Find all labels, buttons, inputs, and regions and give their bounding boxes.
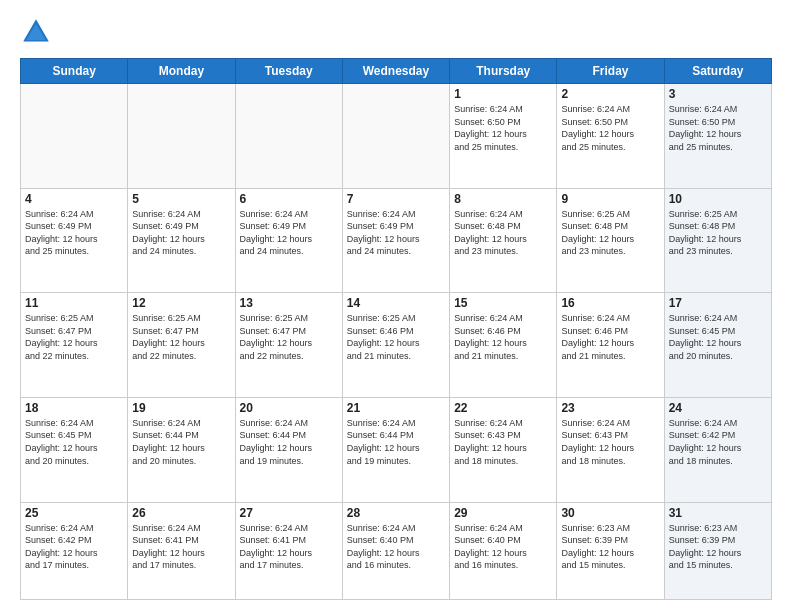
- calendar-cell: 12Sunrise: 6:25 AM Sunset: 6:47 PM Dayli…: [128, 293, 235, 398]
- day-number: 4: [25, 192, 123, 206]
- day-info: Sunrise: 6:24 AM Sunset: 6:44 PM Dayligh…: [347, 417, 445, 467]
- day-info: Sunrise: 6:24 AM Sunset: 6:40 PM Dayligh…: [347, 522, 445, 572]
- calendar-cell: 8Sunrise: 6:24 AM Sunset: 6:48 PM Daylig…: [450, 188, 557, 293]
- calendar-cell: 26Sunrise: 6:24 AM Sunset: 6:41 PM Dayli…: [128, 502, 235, 600]
- calendar-cell: 18Sunrise: 6:24 AM Sunset: 6:45 PM Dayli…: [21, 397, 128, 502]
- day-number: 25: [25, 506, 123, 520]
- day-info: Sunrise: 6:24 AM Sunset: 6:49 PM Dayligh…: [132, 208, 230, 258]
- page: SundayMondayTuesdayWednesdayThursdayFrid…: [0, 0, 792, 612]
- day-info: Sunrise: 6:24 AM Sunset: 6:50 PM Dayligh…: [561, 103, 659, 153]
- calendar-cell: 11Sunrise: 6:25 AM Sunset: 6:47 PM Dayli…: [21, 293, 128, 398]
- day-info: Sunrise: 6:25 AM Sunset: 6:47 PM Dayligh…: [132, 312, 230, 362]
- day-info: Sunrise: 6:24 AM Sunset: 6:45 PM Dayligh…: [25, 417, 123, 467]
- calendar-cell: [21, 84, 128, 189]
- calendar-day-header: Monday: [128, 59, 235, 84]
- calendar-day-header: Wednesday: [342, 59, 449, 84]
- calendar-cell: 13Sunrise: 6:25 AM Sunset: 6:47 PM Dayli…: [235, 293, 342, 398]
- day-info: Sunrise: 6:24 AM Sunset: 6:44 PM Dayligh…: [132, 417, 230, 467]
- day-number: 7: [347, 192, 445, 206]
- day-info: Sunrise: 6:24 AM Sunset: 6:46 PM Dayligh…: [454, 312, 552, 362]
- day-number: 3: [669, 87, 767, 101]
- day-info: Sunrise: 6:23 AM Sunset: 6:39 PM Dayligh…: [561, 522, 659, 572]
- calendar-cell: 6Sunrise: 6:24 AM Sunset: 6:49 PM Daylig…: [235, 188, 342, 293]
- day-number: 23: [561, 401, 659, 415]
- calendar-cell: 15Sunrise: 6:24 AM Sunset: 6:46 PM Dayli…: [450, 293, 557, 398]
- day-number: 29: [454, 506, 552, 520]
- day-number: 24: [669, 401, 767, 415]
- calendar-cell: 5Sunrise: 6:24 AM Sunset: 6:49 PM Daylig…: [128, 188, 235, 293]
- day-info: Sunrise: 6:24 AM Sunset: 6:50 PM Dayligh…: [454, 103, 552, 153]
- day-number: 30: [561, 506, 659, 520]
- calendar-cell: 30Sunrise: 6:23 AM Sunset: 6:39 PM Dayli…: [557, 502, 664, 600]
- calendar-day-header: Saturday: [664, 59, 771, 84]
- calendar-cell: [342, 84, 449, 189]
- day-info: Sunrise: 6:24 AM Sunset: 6:49 PM Dayligh…: [347, 208, 445, 258]
- day-number: 21: [347, 401, 445, 415]
- calendar-cell: 17Sunrise: 6:24 AM Sunset: 6:45 PM Dayli…: [664, 293, 771, 398]
- day-info: Sunrise: 6:24 AM Sunset: 6:43 PM Dayligh…: [454, 417, 552, 467]
- day-info: Sunrise: 6:24 AM Sunset: 6:43 PM Dayligh…: [561, 417, 659, 467]
- header: [20, 16, 772, 48]
- day-info: Sunrise: 6:25 AM Sunset: 6:46 PM Dayligh…: [347, 312, 445, 362]
- day-number: 8: [454, 192, 552, 206]
- day-info: Sunrise: 6:24 AM Sunset: 6:40 PM Dayligh…: [454, 522, 552, 572]
- day-number: 1: [454, 87, 552, 101]
- day-info: Sunrise: 6:25 AM Sunset: 6:47 PM Dayligh…: [25, 312, 123, 362]
- calendar-week-row: 4Sunrise: 6:24 AM Sunset: 6:49 PM Daylig…: [21, 188, 772, 293]
- calendar-cell: 2Sunrise: 6:24 AM Sunset: 6:50 PM Daylig…: [557, 84, 664, 189]
- calendar-cell: 23Sunrise: 6:24 AM Sunset: 6:43 PM Dayli…: [557, 397, 664, 502]
- calendar-cell: 20Sunrise: 6:24 AM Sunset: 6:44 PM Dayli…: [235, 397, 342, 502]
- calendar-table: SundayMondayTuesdayWednesdayThursdayFrid…: [20, 58, 772, 600]
- day-info: Sunrise: 6:24 AM Sunset: 6:41 PM Dayligh…: [132, 522, 230, 572]
- calendar-week-row: 1Sunrise: 6:24 AM Sunset: 6:50 PM Daylig…: [21, 84, 772, 189]
- day-number: 17: [669, 296, 767, 310]
- calendar-cell: 7Sunrise: 6:24 AM Sunset: 6:49 PM Daylig…: [342, 188, 449, 293]
- calendar-cell: [235, 84, 342, 189]
- day-info: Sunrise: 6:24 AM Sunset: 6:50 PM Dayligh…: [669, 103, 767, 153]
- calendar-day-header: Thursday: [450, 59, 557, 84]
- day-number: 20: [240, 401, 338, 415]
- day-info: Sunrise: 6:24 AM Sunset: 6:49 PM Dayligh…: [240, 208, 338, 258]
- day-number: 28: [347, 506, 445, 520]
- day-number: 19: [132, 401, 230, 415]
- day-info: Sunrise: 6:23 AM Sunset: 6:39 PM Dayligh…: [669, 522, 767, 572]
- day-number: 15: [454, 296, 552, 310]
- calendar-cell: 29Sunrise: 6:24 AM Sunset: 6:40 PM Dayli…: [450, 502, 557, 600]
- day-number: 31: [669, 506, 767, 520]
- calendar-cell: 3Sunrise: 6:24 AM Sunset: 6:50 PM Daylig…: [664, 84, 771, 189]
- day-number: 14: [347, 296, 445, 310]
- day-number: 5: [132, 192, 230, 206]
- day-info: Sunrise: 6:24 AM Sunset: 6:46 PM Dayligh…: [561, 312, 659, 362]
- day-info: Sunrise: 6:25 AM Sunset: 6:47 PM Dayligh…: [240, 312, 338, 362]
- day-number: 12: [132, 296, 230, 310]
- calendar-cell: 16Sunrise: 6:24 AM Sunset: 6:46 PM Dayli…: [557, 293, 664, 398]
- day-info: Sunrise: 6:24 AM Sunset: 6:45 PM Dayligh…: [669, 312, 767, 362]
- calendar-cell: 21Sunrise: 6:24 AM Sunset: 6:44 PM Dayli…: [342, 397, 449, 502]
- calendar-cell: 4Sunrise: 6:24 AM Sunset: 6:49 PM Daylig…: [21, 188, 128, 293]
- logo: [20, 16, 56, 48]
- day-number: 10: [669, 192, 767, 206]
- day-info: Sunrise: 6:24 AM Sunset: 6:48 PM Dayligh…: [454, 208, 552, 258]
- calendar-day-header: Sunday: [21, 59, 128, 84]
- calendar-week-row: 25Sunrise: 6:24 AM Sunset: 6:42 PM Dayli…: [21, 502, 772, 600]
- day-number: 11: [25, 296, 123, 310]
- calendar-cell: [128, 84, 235, 189]
- calendar-cell: 25Sunrise: 6:24 AM Sunset: 6:42 PM Dayli…: [21, 502, 128, 600]
- day-info: Sunrise: 6:25 AM Sunset: 6:48 PM Dayligh…: [561, 208, 659, 258]
- calendar-cell: 27Sunrise: 6:24 AM Sunset: 6:41 PM Dayli…: [235, 502, 342, 600]
- calendar-cell: 9Sunrise: 6:25 AM Sunset: 6:48 PM Daylig…: [557, 188, 664, 293]
- day-info: Sunrise: 6:25 AM Sunset: 6:48 PM Dayligh…: [669, 208, 767, 258]
- calendar-header-row: SundayMondayTuesdayWednesdayThursdayFrid…: [21, 59, 772, 84]
- day-info: Sunrise: 6:24 AM Sunset: 6:49 PM Dayligh…: [25, 208, 123, 258]
- day-number: 13: [240, 296, 338, 310]
- day-number: 9: [561, 192, 659, 206]
- day-info: Sunrise: 6:24 AM Sunset: 6:42 PM Dayligh…: [25, 522, 123, 572]
- day-number: 18: [25, 401, 123, 415]
- calendar-cell: 22Sunrise: 6:24 AM Sunset: 6:43 PM Dayli…: [450, 397, 557, 502]
- calendar-cell: 14Sunrise: 6:25 AM Sunset: 6:46 PM Dayli…: [342, 293, 449, 398]
- logo-icon: [20, 16, 52, 48]
- calendar-week-row: 18Sunrise: 6:24 AM Sunset: 6:45 PM Dayli…: [21, 397, 772, 502]
- day-info: Sunrise: 6:24 AM Sunset: 6:44 PM Dayligh…: [240, 417, 338, 467]
- day-info: Sunrise: 6:24 AM Sunset: 6:42 PM Dayligh…: [669, 417, 767, 467]
- calendar-week-row: 11Sunrise: 6:25 AM Sunset: 6:47 PM Dayli…: [21, 293, 772, 398]
